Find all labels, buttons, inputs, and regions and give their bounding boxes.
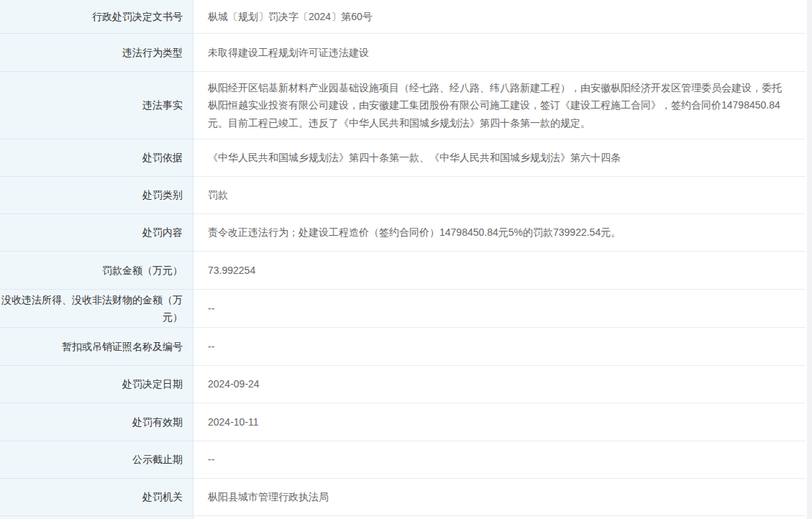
table-row: 处罚内容 责令改正违法行为；处建设工程造价（签约合同价）14798450.84元… <box>0 214 806 252</box>
row-value: -- <box>193 441 806 479</box>
row-label: 处罚依据 <box>0 139 193 177</box>
table-row-partial <box>0 516 806 519</box>
table-row: 罚款金额（万元） 73.992254 <box>0 252 806 290</box>
table-row: 没收违法所得、没收非法财物的金额（万元） -- <box>0 290 806 328</box>
row-label: 处罚机关 <box>0 479 193 516</box>
row-value: 2024-09-24 <box>193 366 806 403</box>
table-row: 违法行为类型 未取得建设工程规划许可证违法建设 <box>0 34 806 72</box>
row-label: 处罚决定日期 <box>0 366 193 403</box>
table-row: 违法事实 枞阳经开区铝基新材料产业园基础设施项目（经七路、经八路、纬八路新建工程… <box>0 72 806 139</box>
row-label: 没收违法所得、没收非法财物的金额（万元） <box>0 290 193 328</box>
row-value: 2024-10-11 <box>193 403 806 441</box>
row-value: 枞阳县城市管理行政执法局 <box>193 479 806 516</box>
row-label: 处罚内容 <box>0 214 193 252</box>
penalty-info-table: 行政处罚决定文书号 枞城〔规划〕罚决字〔2024〕第60号 违法行为类型 未取得… <box>0 0 806 519</box>
table-row: 行政处罚决定文书号 枞城〔规划〕罚决字〔2024〕第60号 <box>0 0 806 34</box>
row-label: 罚款金额（万元） <box>0 252 193 290</box>
row-label: 处罚有效期 <box>0 403 193 441</box>
row-label <box>0 516 193 519</box>
table-row: 处罚决定日期 2024-09-24 <box>0 366 806 403</box>
table-row: 暂扣或吊销证照名称及编号 -- <box>0 328 806 366</box>
penalty-disclosure-page: 行政处罚决定文书号 枞城〔规划〕罚决字〔2024〕第60号 违法行为类型 未取得… <box>0 0 812 519</box>
row-value: -- <box>193 328 806 366</box>
table-row: 处罚依据 《中华人民共和国城乡规划法》第四十条第一款、《中华人民共和国城乡规划法… <box>0 139 806 177</box>
row-value: 《中华人民共和国城乡规划法》第四十条第一款、《中华人民共和国城乡规划法》第六十四… <box>193 139 806 177</box>
row-label: 暂扣或吊销证照名称及编号 <box>0 328 193 366</box>
row-label: 违法事实 <box>0 72 193 139</box>
table-row: 公示截止期 -- <box>0 441 806 479</box>
row-label: 行政处罚决定文书号 <box>0 0 193 34</box>
row-value: 枞城〔规划〕罚决字〔2024〕第60号 <box>193 0 806 34</box>
table-row: 处罚类别 罚款 <box>0 177 806 214</box>
table-row: 处罚有效期 2024-10-11 <box>0 403 806 441</box>
row-value: 责令改正违法行为；处建设工程造价（签约合同价）14798450.84元5%的罚款… <box>193 214 806 252</box>
row-label: 公示截止期 <box>0 441 193 479</box>
row-value: 罚款 <box>193 177 806 214</box>
row-value: 未取得建设工程规划许可证违法建设 <box>193 34 806 72</box>
table-row: 处罚机关 枞阳县城市管理行政执法局 <box>0 479 806 516</box>
scrollbar-track[interactable] <box>807 0 812 519</box>
row-label: 处罚类别 <box>0 177 193 214</box>
row-label: 违法行为类型 <box>0 34 193 72</box>
row-value: -- <box>193 290 806 328</box>
row-value <box>193 516 806 519</box>
row-value: 枞阳经开区铝基新材料产业园基础设施项目（经七路、经八路、纬八路新建工程），由安徽… <box>193 72 806 139</box>
row-value: 73.992254 <box>193 252 806 290</box>
